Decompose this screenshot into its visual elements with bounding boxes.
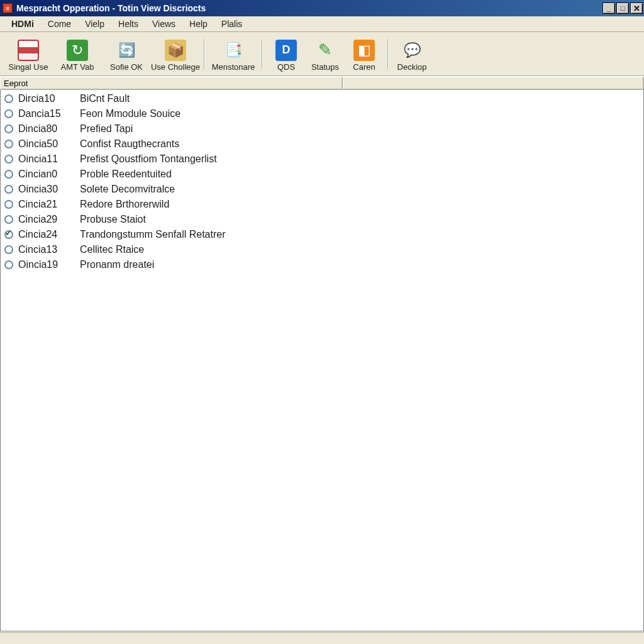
- list-item[interactable]: Oincia11Prefist Qoustfiom Tontangerlist: [1, 152, 643, 167]
- toolbar-button-singal-use[interactable]: Singal Use: [4, 35, 53, 73]
- toolbar-button-amt-vab[interactable]: AMT Vab: [53, 35, 102, 73]
- toolbar-button-caren[interactable]: Caren: [345, 35, 384, 73]
- list-item-desc: Solete Decomvitralce: [80, 184, 643, 195]
- list-item-code: Cincia21: [18, 199, 80, 210]
- radio-icon: [4, 94, 13, 103]
- menu-item-views[interactable]: Views: [146, 17, 182, 31]
- list-item-desc: Proble Reedentuited: [80, 169, 643, 180]
- radio-icon: [4, 215, 13, 224]
- toolbar-button-label: Use Chollege: [151, 62, 200, 72]
- list-item[interactable]: Oincia30Solete Decomvitralce: [1, 182, 643, 197]
- list-item-code: Cincia24: [18, 229, 80, 240]
- radio-icon: [4, 109, 13, 118]
- toolbar-group: QDSStatupsCaren: [267, 35, 384, 73]
- list-item-code: Dincia80: [18, 123, 80, 135]
- list-item-code: Oincia11: [18, 153, 80, 165]
- toolbar-button-label: AMT Vab: [61, 62, 94, 72]
- statusbar: [0, 631, 644, 644]
- toolbar-button-use-chollege[interactable]: Use Chollege: [151, 35, 200, 73]
- minimize-button[interactable]: _: [602, 3, 615, 14]
- list-item-desc: Trandongstumm Senfall Retatrer: [80, 229, 643, 240]
- list-item[interactable]: Dircia10BiCnt Fault: [1, 91, 643, 106]
- close-button[interactable]: ✕: [630, 3, 643, 14]
- radio-icon: [4, 170, 13, 179]
- list-item-code: Dancia15: [18, 108, 80, 119]
- list-item-desc: Prefist Qoustfiom Tontangerlist: [80, 153, 643, 165]
- singal-use-icon: [18, 40, 39, 61]
- toolbar: Singal UseAMT VabSofie OKUse ChollegeMen…: [0, 32, 644, 76]
- radio-icon: [4, 260, 13, 269]
- toolbar-button-menstonare[interactable]: Menstonare: [209, 35, 258, 73]
- toolbar-button-label: Sofie OK: [110, 62, 143, 72]
- toolbar-button-qds[interactable]: QDS: [267, 35, 306, 73]
- menstonare-icon: [223, 40, 244, 61]
- list-item-desc: Prefied Tapi: [80, 123, 643, 135]
- toolbar-separator: [262, 39, 263, 69]
- list-item-desc: Confist Raugthecrants: [80, 138, 643, 150]
- list-item-desc: Feon Mmodule Souice: [80, 108, 643, 119]
- app-icon: [3, 3, 13, 13]
- toolbar-group: Menstonare: [209, 35, 258, 73]
- toolbar-button-label: Statups: [311, 62, 339, 72]
- toolbar-group: Singal UseAMT VabSofie OKUse Chollege: [4, 35, 200, 73]
- list-item-code: Cincian0: [18, 169, 80, 180]
- radio-icon: [4, 245, 13, 254]
- checked-icon: [4, 230, 13, 239]
- toolbar-button-label: Singal Use: [9, 62, 48, 72]
- use-chollege-icon: [165, 40, 186, 61]
- window-controls: _ □ ✕: [602, 3, 643, 14]
- menu-item-come[interactable]: Come: [42, 17, 77, 31]
- toolbar-button-deckiop[interactable]: Deckiop: [392, 35, 431, 73]
- list-pane: Dircia10BiCnt FaultDancia15Feon Mmodule …: [0, 90, 644, 631]
- amt-vab-icon: [67, 40, 88, 61]
- toolbar-group: Deckiop: [392, 35, 431, 73]
- toolbar-button-sofie-ok[interactable]: Sofie OK: [102, 35, 151, 73]
- list-item[interactable]: Cincia24Trandongstumm Senfall Retatrer: [1, 227, 643, 242]
- column-header: Eeprot: [0, 76, 644, 90]
- maximize-button[interactable]: □: [616, 3, 629, 14]
- toolbar-button-label: Deckiop: [397, 62, 427, 72]
- list-item[interactable]: Dincia80Prefied Tapi: [1, 121, 643, 136]
- list-item[interactable]: Cincia21Redore Brthorerwild: [1, 197, 643, 212]
- menubar: HDMiComeVielpHeltsViewsHelpPlalis: [0, 16, 644, 32]
- radio-icon: [4, 125, 13, 133]
- sofie-ok-icon: [116, 40, 137, 61]
- toolbar-button-label: Menstonare: [212, 62, 255, 72]
- list-item[interactable]: Cincian0Proble Reedentuited: [1, 167, 643, 182]
- caren-icon: [353, 40, 375, 61]
- list-item-desc: Probuse Staiot: [80, 214, 643, 225]
- toolbar-button-label: QDS: [277, 62, 295, 72]
- window-title: Mespracht Opperation - Totin View Discri…: [16, 3, 602, 13]
- list-item-desc: Pronanm dreatei: [80, 259, 643, 270]
- list-item-code: Oincia19: [18, 259, 80, 270]
- qds-icon: [275, 40, 297, 61]
- list-item[interactable]: Cincia29Probuse Staiot: [1, 212, 643, 227]
- titlebar: Mespracht Opperation - Totin View Discri…: [0, 0, 644, 16]
- statups-icon: [314, 40, 336, 61]
- list-item-desc: BiCnt Fault: [80, 93, 643, 104]
- toolbar-separator: [387, 39, 389, 69]
- list-item-desc: Cellitec Rtaice: [80, 244, 643, 255]
- toolbar-separator: [204, 39, 205, 69]
- menu-item-hdmi[interactable]: HDMi: [5, 17, 40, 31]
- menu-item-plalis[interactable]: Plalis: [215, 17, 248, 31]
- radio-icon: [4, 155, 13, 164]
- menu-item-vielp[interactable]: Vielp: [79, 17, 111, 31]
- toolbar-button-label: Caren: [353, 62, 375, 72]
- toolbar-button-statups[interactable]: Statups: [306, 35, 345, 73]
- list-item-code: Cincia13: [18, 244, 80, 255]
- radio-icon: [4, 140, 13, 148]
- list-item-code: Oincia30: [18, 184, 80, 195]
- list-item[interactable]: Cincia13Cellitec Rtaice: [1, 242, 643, 257]
- radio-icon: [4, 185, 13, 194]
- list-item[interactable]: Oincia50Confist Raugthecrants: [1, 136, 643, 152]
- column-header-eeprot[interactable]: Eeprot: [0, 77, 343, 89]
- list-item[interactable]: Dancia15Feon Mmodule Souice: [1, 106, 643, 121]
- column-header-blank[interactable]: [343, 77, 644, 89]
- menu-item-help[interactable]: Help: [183, 17, 214, 31]
- list-item[interactable]: Oincia19Pronanm dreatei: [1, 257, 643, 272]
- list-item-code: Dircia10: [18, 93, 80, 104]
- menu-item-helts[interactable]: Helts: [112, 17, 145, 31]
- list-item-desc: Redore Brthorerwild: [80, 199, 643, 210]
- radio-icon: [4, 200, 13, 209]
